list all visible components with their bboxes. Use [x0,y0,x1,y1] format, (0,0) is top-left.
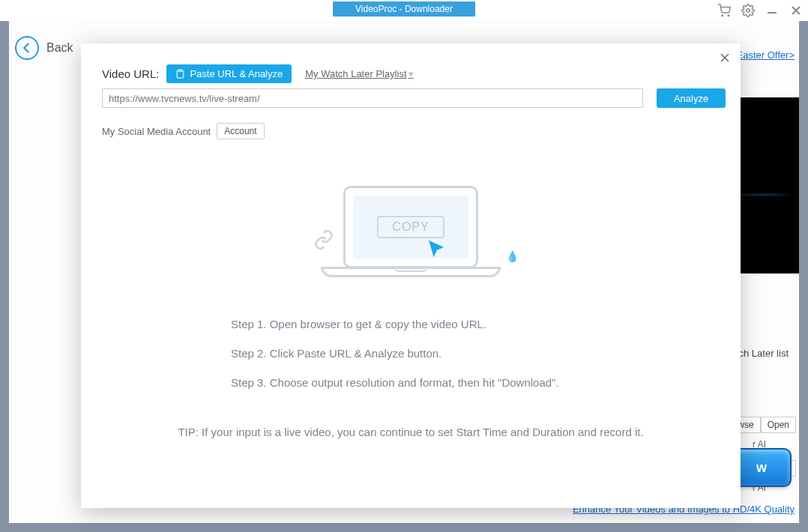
cart-icon[interactable] [717,3,732,18]
watch-later-playlist-link[interactable]: My Watch Later Playlist▾ [305,68,413,79]
easter-offer-link[interactable]: Easter Offer> [737,49,795,61]
gear-icon[interactable] [741,3,756,18]
svg-rect-8 [179,70,182,71]
paste-analyze-label: Paste URL & Analyze [190,68,283,79]
social-account-label: My Social Media Account [102,126,211,137]
copy-box-label: COPY [377,216,444,238]
step-3: Step 3. Choose output resolution and for… [231,376,696,389]
link-icon [313,229,334,253]
tip-text: TIP: If your input is a live video, you … [81,426,741,438]
app-body: Back Easter Offer> ch Later list rowse O… [0,21,808,532]
step-1: Step 1. Open browser to get & copy the v… [231,318,696,330]
window-controls [717,0,804,21]
cursor-icon [426,238,450,265]
social-row: My Social Media Account Account [102,123,265,139]
window-title: VideoProc - Downloader [333,1,475,16]
input-row: Analyze [102,88,726,108]
open-button-1[interactable]: Open [761,417,796,433]
video-url-input[interactable] [102,88,643,108]
paste-analyze-button[interactable]: Paste URL & Analyze [166,64,292,83]
steps: Step 1. Open browser to get & copy the v… [231,318,696,405]
clipboard-icon [175,69,185,79]
add-url-dialog: Video URL: Paste URL & Analyze My Watch … [81,43,741,508]
url-row: Video URL: Paste URL & Analyze My Watch … [102,64,720,83]
copy-illustration: COPY 💧 [321,186,501,291]
video-url-label: Video URL: [102,67,159,80]
back-arrow-icon [15,36,39,60]
back-button[interactable]: Back [15,36,73,60]
back-label: Back [46,41,73,55]
back-row: Back [9,30,73,66]
svg-point-1 [728,15,729,16]
chevron-down-icon: ▾ [408,68,414,79]
svg-point-2 [747,9,750,13]
content-surface: Back Easter Offer> ch Later list rowse O… [9,21,799,523]
drop-icon: 💧 [506,250,519,262]
download-now-button[interactable]: w [732,448,792,487]
analyze-button[interactable]: Analyze [657,88,726,108]
titlebar: VideoProc - Downloader [0,0,808,21]
svg-point-0 [722,15,723,16]
watch-later-label: ch Later list [739,348,789,359]
dialog-close-button[interactable] [718,51,732,64]
close-icon[interactable] [789,3,804,18]
minimize-icon[interactable] [765,3,780,18]
step-2: Step 2. Click Paste URL & Analyze button… [231,347,696,360]
account-button[interactable]: Account [217,123,264,139]
